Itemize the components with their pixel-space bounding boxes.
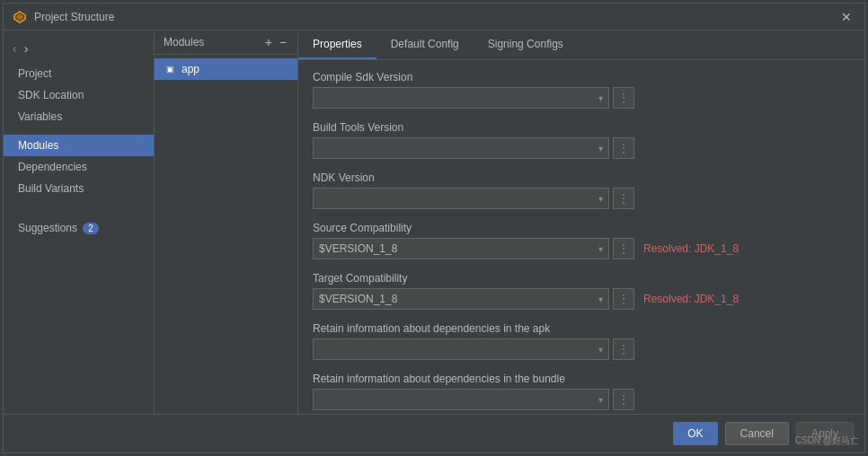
sidebar-nav: ‹ › [4, 38, 154, 59]
ndk-action-btn[interactable]: ⋮ [613, 188, 634, 209]
retain-apk-label: Retain information about dependencies in… [313, 322, 850, 335]
ndk-version-label: NDK Version [313, 171, 850, 184]
ok-button[interactable]: OK [673, 422, 717, 445]
sidebar-item-sdk-location[interactable]: SDK Location [4, 84, 154, 106]
chevron-down-icon: ▾ [598, 144, 603, 153]
remove-module-button[interactable]: − [278, 36, 288, 48]
content-area: Modules + − ▣ app [155, 31, 864, 414]
retain-apk-control: ▾ ⋮ [313, 338, 850, 360]
build-tools-action-btn[interactable]: ⋮ [613, 137, 634, 159]
ndk-version-control: ▾ ⋮ [313, 188, 850, 209]
modules-title: Modules [164, 36, 204, 48]
module-list: ▣ app [155, 55, 297, 414]
build-tools-label: Build Tools Version [313, 121, 850, 134]
sidebar-item-modules[interactable]: Modules [4, 135, 154, 156]
retain-bundle-label: Retain information about dependencies in… [313, 373, 850, 385]
title-bar: Project Structure ✕ [4, 4, 864, 31]
source-compat-resolved: Resolved: JDK_1_8 [643, 242, 739, 255]
chevron-down-icon: ▾ [598, 93, 603, 103]
source-compat-action-btn[interactable]: ⋮ [613, 238, 634, 259]
build-tools-control: ▾ ⋮ [313, 137, 850, 159]
compile-sdk-label: Compile Sdk Version [313, 71, 850, 83]
target-compat-control: $VERSION_1_8 ▾ ⋮ Resolved: JDK_1_8 [313, 288, 850, 310]
target-compat-action-btn[interactable]: ⋮ [613, 288, 634, 310]
cancel-button[interactable]: Cancel [725, 422, 789, 445]
property-source-compat: Source Compatibility $VERSION_1_8 ▾ ⋮ Re… [313, 222, 850, 259]
retain-apk-action-btn[interactable]: ⋮ [613, 338, 634, 360]
source-compat-dropdown[interactable]: $VERSION_1_8 ▾ [313, 238, 609, 259]
sidebar-item-dependencies[interactable]: Dependencies [4, 156, 154, 178]
right-panel: Properties Default Config Signing Config… [298, 31, 864, 414]
retain-apk-dropdown[interactable]: ▾ [313, 338, 609, 360]
sidebar: ‹ › Project SDK Location Variables Modul… [4, 31, 155, 414]
property-retain-bundle: Retain information about dependencies in… [313, 373, 850, 410]
dialog-title: Project Structure [34, 11, 114, 23]
sidebar-item-variables[interactable]: Variables [4, 106, 154, 127]
tab-signing-configs[interactable]: Signing Configs [474, 31, 578, 59]
ndk-version-dropdown[interactable]: ▾ [313, 188, 609, 209]
module-name: app [182, 63, 199, 75]
chevron-down-icon: ▾ [598, 395, 603, 405]
property-ndk-version: NDK Version ▾ ⋮ [313, 171, 850, 209]
compile-sdk-control: ▾ ⋮ [313, 87, 850, 109]
title-bar-left: Project Structure [13, 10, 114, 24]
compile-sdk-dropdown[interactable]: ▾ [313, 87, 609, 109]
button-bar: OK Cancel Apply [4, 414, 864, 452]
property-build-tools: Build Tools Version ▾ ⋮ [313, 121, 850, 159]
retain-bundle-dropdown[interactable]: ▾ [313, 389, 609, 410]
property-retain-apk: Retain information about dependencies in… [313, 322, 850, 360]
modules-actions: + − [263, 36, 288, 48]
retain-bundle-control: ▾ ⋮ [313, 389, 850, 410]
property-compile-sdk: Compile Sdk Version ▾ ⋮ [313, 71, 850, 109]
suggestions-label-row: Suggestions 2 [4, 217, 154, 239]
dialog-body: ‹ › Project SDK Location Variables Modul… [4, 31, 864, 414]
tab-properties[interactable]: Properties [298, 31, 376, 59]
suggestions-badge: 2 [83, 223, 99, 234]
sidebar-item-build-variants[interactable]: Build Variants [4, 178, 154, 199]
module-icon: ▣ [164, 63, 176, 75]
retain-bundle-action-btn[interactable]: ⋮ [613, 389, 634, 410]
suggestions-section: Suggestions 2 [4, 217, 154, 239]
svg-marker-1 [16, 13, 23, 21]
sidebar-item-project[interactable]: Project [4, 63, 154, 84]
target-compat-dropdown[interactable]: $VERSION_1_8 ▾ [313, 288, 609, 310]
target-compat-label: Target Compatibility [313, 272, 850, 285]
tab-default-config[interactable]: Default Config [376, 31, 474, 59]
properties-panel: Compile Sdk Version ▾ ⋮ Build Tools Vers… [298, 60, 864, 414]
watermark: CSDN @好马亡 [795, 434, 859, 447]
build-tools-dropdown[interactable]: ▾ [313, 137, 609, 159]
project-icon [13, 10, 27, 24]
modules-header: Modules + − [155, 31, 297, 55]
module-item-app[interactable]: ▣ app [155, 58, 297, 80]
compile-sdk-action-btn[interactable]: ⋮ [613, 87, 634, 109]
modules-panel: Modules + − ▣ app [155, 31, 298, 414]
source-compat-label: Source Compatibility [313, 222, 850, 234]
property-target-compat: Target Compatibility $VERSION_1_8 ▾ ⋮ Re… [313, 272, 850, 310]
chevron-down-icon: ▾ [598, 194, 603, 204]
source-compat-control: $VERSION_1_8 ▾ ⋮ Resolved: JDK_1_8 [313, 238, 850, 259]
chevron-down-icon: ▾ [598, 345, 603, 355]
chevron-down-icon: ▾ [598, 294, 603, 304]
project-structure-dialog: Project Structure ✕ ‹ › Project SDK Loca… [3, 3, 865, 453]
target-compat-resolved: Resolved: JDK_1_8 [643, 293, 739, 305]
add-module-button[interactable]: + [263, 36, 274, 48]
close-button[interactable]: ✕ [837, 8, 855, 26]
nav-forward-arrow[interactable]: › [22, 41, 31, 56]
chevron-down-icon: ▾ [598, 244, 603, 254]
nav-back-arrow[interactable]: ‹ [11, 41, 19, 56]
target-compat-value: $VERSION_1_8 [319, 293, 397, 305]
tabs-bar: Properties Default Config Signing Config… [298, 31, 864, 60]
source-compat-value: $VERSION_1_8 [319, 242, 397, 255]
